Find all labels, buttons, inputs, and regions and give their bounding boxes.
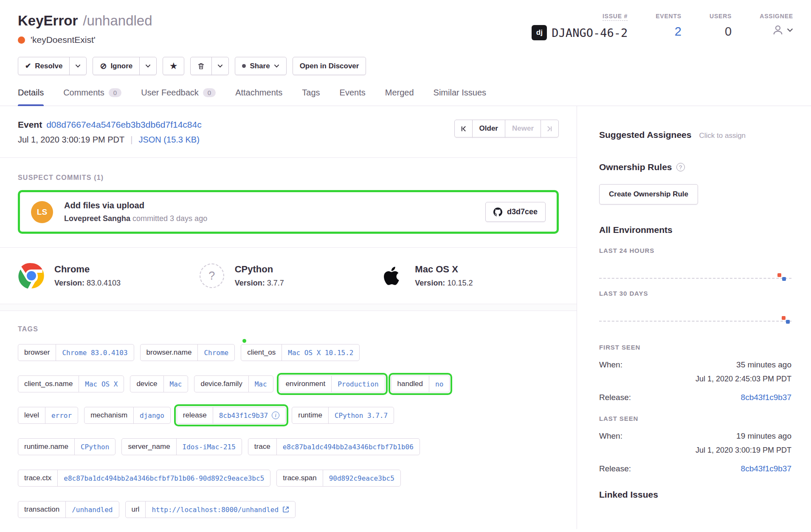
event-header: Eventd08d7667e4a5476eb3b3db6d7f14c84c Ju… [0, 106, 577, 158]
tag-pill[interactable]: browser.name Chrome [140, 344, 235, 361]
tag-pill[interactable]: trace.ctx e8c87ba1dc494bb2a4346bcfbf7b1b… [18, 470, 270, 487]
info-icon[interactable]: i [272, 412, 279, 419]
tag-pill[interactable]: handled no [391, 375, 450, 392]
tag-value-text: Chrome 83.0.4103 [62, 349, 127, 357]
trash-icon [197, 62, 205, 70]
tag-key: server_name [122, 439, 176, 455]
tag-key: client_os [241, 344, 282, 361]
tab[interactable]: Merged [385, 88, 414, 106]
issue-type: KeyError [18, 13, 78, 28]
tag-value[interactable]: Idos-iMac-215 [176, 439, 242, 455]
tag-key: device.family [194, 376, 248, 392]
tag-pill[interactable]: browser Chrome 83.0.4103 [18, 344, 134, 361]
tag-value[interactable]: Chrome [197, 344, 234, 361]
create-ownership-rule-button[interactable]: Create Ownership Rule [599, 184, 698, 204]
help-icon[interactable]: ? [676, 163, 685, 171]
tag-key: transaction [18, 501, 65, 518]
issue-short-id[interactable]: dj DJANGO-46-2 [532, 25, 628, 40]
tag-pill[interactable]: url http://localhost:8000/unhandled [125, 501, 296, 518]
tag-value[interactable]: Mac [248, 376, 273, 392]
tab[interactable]: Tags [302, 88, 320, 106]
tag-value[interactable]: 90d892c9eace3bc5 [323, 470, 400, 486]
tag-pill[interactable]: level error [18, 407, 78, 424]
context-os-text: Mac OS X Version: 10.15.2 [415, 264, 473, 288]
tab[interactable]: Similar Issues [434, 88, 486, 106]
ignore-button[interactable]: ⊘ Ignore [93, 57, 140, 75]
json-download-link[interactable]: JSON (15.3 KB) [138, 135, 199, 145]
delete-button[interactable] [190, 57, 212, 75]
tag-key: mechanism [84, 407, 133, 423]
release-label: Release: [599, 464, 631, 473]
apple-icon [378, 262, 406, 289]
tag-pill[interactable]: mechanism django [84, 407, 171, 424]
tab[interactable]: Events [340, 88, 366, 106]
tag-value[interactable]: CPython 3.7.7 [328, 407, 394, 423]
issue-tabs: Details Comments 0 User Feedback 0 Attac… [0, 88, 811, 106]
tag-pill[interactable]: transaction /unhandled [18, 501, 119, 518]
person-icon [772, 24, 784, 36]
ignore-button-group: ⊘ Ignore [93, 57, 157, 75]
resolve-dropdown-button[interactable] [69, 57, 87, 75]
last-seen-release-link[interactable]: 8cb43f1c9b37 [741, 464, 791, 473]
resolve-button[interactable]: ✔ Resolve [18, 57, 70, 75]
spark-marker-red [782, 316, 786, 320]
older-event-button[interactable]: Older [472, 120, 505, 137]
tag-pill[interactable]: environment Production [279, 375, 385, 392]
tag-pill[interactable]: runtime CPython 3.7.7 [292, 407, 394, 424]
tag-pill[interactable]: trace.span 90d892c9eace3bc5 [276, 470, 401, 487]
click-to-assign-hint: Click to assign [699, 132, 746, 140]
create-ownership-rule-label: Create Ownership Rule [609, 190, 688, 199]
spark-marker-blue [782, 277, 786, 281]
tag-value[interactable]: Mac OS X [79, 376, 124, 392]
tag-value[interactable]: django [133, 407, 170, 423]
first-seen-release-link[interactable]: 8cb43f1c9b37 [741, 393, 791, 402]
stat-users: USERS 0 [710, 13, 732, 38]
event-id-link[interactable]: d08d7667e4a5476eb3b3db6d7f14c84c [46, 120, 202, 129]
bookmark-star-button[interactable]: ★ [163, 57, 184, 75]
tag-pill[interactable]: device Mac [130, 375, 188, 392]
tag-value[interactable]: error [45, 407, 78, 423]
tag-pill[interactable]: client_os Mac OS X 10.15.2 [241, 344, 360, 361]
tag-key: trace.ctx [18, 470, 57, 486]
tag-pill[interactable]: trace e8c87ba1dc494bb2a4346bcfbf7b1b06 [248, 438, 420, 455]
tag-key: client_os.name [18, 376, 79, 392]
external-link-icon[interactable] [282, 506, 289, 513]
tab[interactable]: Attachments [235, 88, 282, 106]
commit-sha-button[interactable]: d3d7cee [485, 202, 546, 222]
tag-value[interactable]: Production [331, 376, 384, 392]
tag-value[interactable]: 8cb43f1c9b37 i [213, 407, 286, 423]
last-24-hours-label: LAST 24 HOURS [599, 247, 791, 254]
events-count[interactable]: 2 [675, 25, 681, 38]
tag-key: trace [248, 439, 276, 455]
assignee-selector[interactable] [772, 24, 793, 36]
tag-pill[interactable]: runtime.name CPython [18, 438, 115, 455]
last-seen-heading: LAST SEEN [599, 415, 791, 422]
tag-value-text: Mac [170, 380, 182, 388]
chrome-icon [18, 262, 45, 289]
tag-value[interactable]: e8c87ba1dc494bb2a4346bcfbf7b1b06-90d892c… [57, 470, 270, 486]
tag-value[interactable]: e8c87ba1dc494bb2a4346bcfbf7b1b06 [276, 439, 420, 455]
tag-pill[interactable]: release 8cb43f1c9b37 i [177, 407, 286, 424]
tab[interactable]: Details [18, 88, 44, 106]
tag-value[interactable]: CPython [74, 439, 115, 455]
oldest-event-button[interactable] [454, 120, 473, 137]
commit-meta: Lovepreet Sangha committed 3 days ago [64, 214, 474, 223]
delete-dropdown-button[interactable] [211, 57, 229, 75]
tag-pill[interactable]: client_os.name Mac OS X [18, 375, 124, 392]
tag-value[interactable]: Mac [163, 376, 188, 392]
users-count[interactable]: 0 [725, 25, 732, 38]
tag-pill[interactable]: server_name Idos-iMac-215 [121, 438, 242, 455]
version-label: Version: [415, 279, 445, 287]
tag-value[interactable]: Mac OS X 10.15.2 [282, 344, 359, 361]
tag-value[interactable]: Chrome 83.0.4103 [56, 344, 133, 361]
tag-value[interactable]: http://localhost:8000/unhandled [145, 501, 295, 518]
tag-pill[interactable]: device.family Mac [194, 375, 273, 392]
share-button[interactable]: Share [235, 57, 286, 75]
open-in-discover-button[interactable]: Open in Discover [293, 57, 366, 75]
tag-value[interactable]: no [429, 376, 449, 392]
tab[interactable]: Comments 0 [63, 88, 121, 106]
tag-value[interactable]: /unhandled [65, 501, 118, 518]
tab[interactable]: User Feedback 0 [141, 88, 216, 106]
tag-key: browser [18, 344, 56, 361]
ignore-dropdown-button[interactable] [139, 57, 157, 75]
